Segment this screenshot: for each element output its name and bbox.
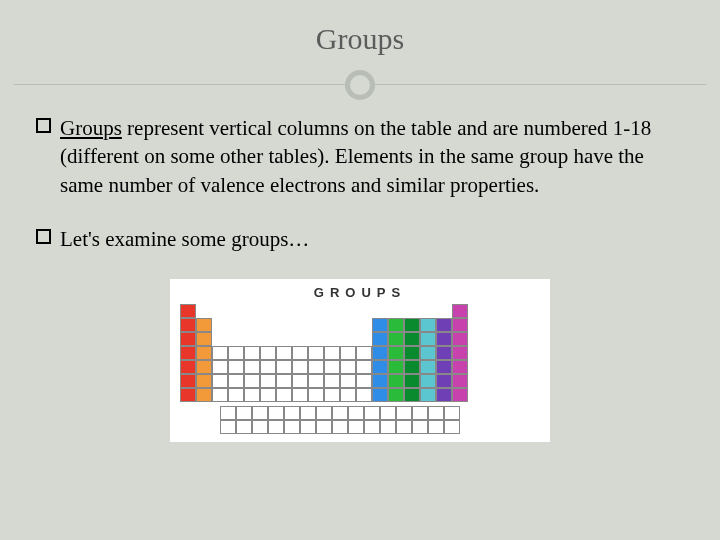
pt-cell <box>404 318 420 332</box>
pt-cell <box>292 374 308 388</box>
pt-cell <box>372 304 388 318</box>
divider-circle-icon <box>345 70 375 100</box>
pt-cell <box>404 360 420 374</box>
pt-cell <box>292 346 308 360</box>
pt-cell <box>404 346 420 360</box>
pt-cell <box>340 360 356 374</box>
pt-cell <box>228 346 244 360</box>
pt-cell <box>436 374 452 388</box>
pt-cell <box>244 332 260 346</box>
periodic-table-diagram <box>180 304 540 434</box>
pt-cell <box>388 374 404 388</box>
pt-cell <box>316 406 332 420</box>
divider <box>14 66 706 106</box>
pt-cell <box>196 346 212 360</box>
figure-inner: GROUPS <box>170 279 550 442</box>
pt-cell <box>244 346 260 360</box>
pt-cell <box>260 304 276 318</box>
pt-cell <box>348 420 364 434</box>
pt-cell <box>420 318 436 332</box>
pt-cell <box>292 318 308 332</box>
pt-cell <box>436 346 452 360</box>
pt-cell <box>420 374 436 388</box>
title-area: Groups <box>14 10 706 106</box>
pt-cell <box>292 332 308 346</box>
pt-cell <box>196 332 212 346</box>
pt-cell <box>196 360 212 374</box>
pt-cell <box>308 332 324 346</box>
pt-cell <box>452 332 468 346</box>
pt-cell <box>244 374 260 388</box>
pt-cell <box>324 360 340 374</box>
pt-cell <box>292 304 308 318</box>
pt-cell <box>372 388 388 402</box>
pt-cell <box>404 332 420 346</box>
pt-cell <box>396 420 412 434</box>
pt-cell <box>452 346 468 360</box>
pt-cell <box>212 318 228 332</box>
pt-cell <box>228 304 244 318</box>
pt-cell <box>436 304 452 318</box>
pt-cell <box>180 304 196 318</box>
pt-cell <box>388 346 404 360</box>
pt-cell <box>276 318 292 332</box>
pt-cell <box>252 420 268 434</box>
pt-cell <box>452 374 468 388</box>
pt-cell <box>180 332 196 346</box>
pt-cell <box>372 332 388 346</box>
pt-cell <box>324 374 340 388</box>
pt-cell <box>444 420 460 434</box>
bullet-item: Groups represent vertical columns on the… <box>36 114 684 199</box>
pt-cell <box>356 360 372 374</box>
pt-cell <box>388 332 404 346</box>
pt-cell <box>260 388 276 402</box>
pt-cell <box>372 318 388 332</box>
pt-cell <box>212 388 228 402</box>
pt-cell <box>196 318 212 332</box>
pt-cell <box>228 360 244 374</box>
pt-cell <box>308 388 324 402</box>
pt-cell <box>220 406 236 420</box>
bullet-text: represent vertical columns on the table … <box>60 116 651 197</box>
pt-cell <box>196 388 212 402</box>
pt-cell <box>420 388 436 402</box>
bullet-text: Let's examine some groups… <box>60 227 309 251</box>
pt-cell <box>260 318 276 332</box>
figure-title: GROUPS <box>180 285 540 300</box>
pt-cell <box>388 304 404 318</box>
pt-cell <box>244 388 260 402</box>
pt-cell <box>212 374 228 388</box>
pt-cell <box>300 420 316 434</box>
pt-cell <box>276 360 292 374</box>
pt-cell <box>180 374 196 388</box>
pt-cell <box>444 406 460 420</box>
pt-cell <box>356 304 372 318</box>
pt-cell <box>364 420 380 434</box>
pt-cell <box>260 360 276 374</box>
pt-cell <box>420 304 436 318</box>
slide: Groups Groups represent vertical columns… <box>14 10 706 530</box>
pt-cell <box>372 346 388 360</box>
pt-cell <box>404 388 420 402</box>
pt-cell <box>340 346 356 360</box>
pt-cell <box>244 304 260 318</box>
pt-cell <box>212 332 228 346</box>
main-block <box>180 304 540 402</box>
pt-cell <box>308 318 324 332</box>
pt-cell <box>420 346 436 360</box>
pt-cell <box>372 374 388 388</box>
pt-cell <box>300 406 316 420</box>
pt-cell <box>220 420 236 434</box>
pt-cell <box>388 360 404 374</box>
pt-cell <box>428 420 444 434</box>
pt-cell <box>332 420 348 434</box>
pt-cell <box>356 346 372 360</box>
pt-cell <box>276 346 292 360</box>
pt-cell <box>212 346 228 360</box>
pt-cell <box>236 420 252 434</box>
pt-cell <box>228 374 244 388</box>
pt-cell <box>212 304 228 318</box>
pt-cell <box>372 360 388 374</box>
figure: GROUPS <box>36 279 684 442</box>
bullet-box-icon <box>36 118 51 133</box>
